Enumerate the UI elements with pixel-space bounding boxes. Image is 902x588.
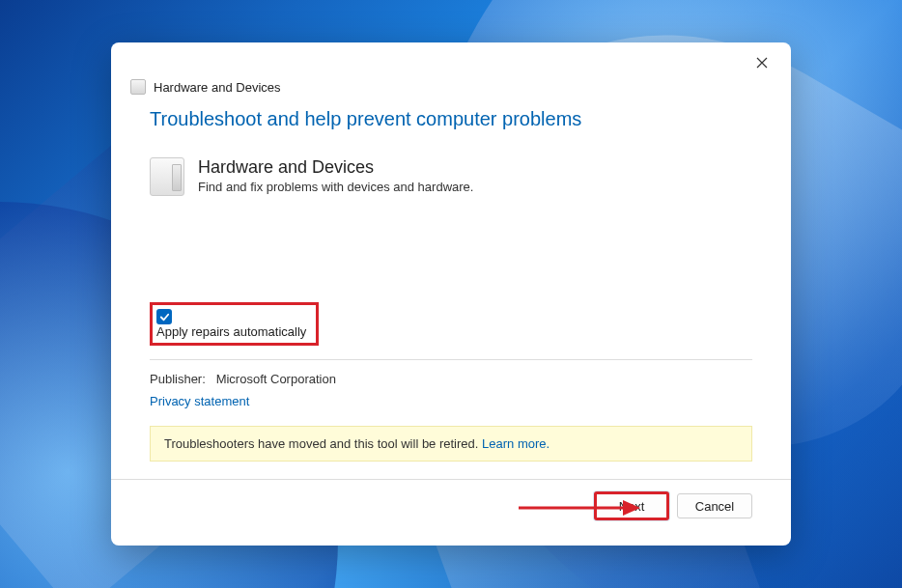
device-description: Find and fix problems with devices and h… [198, 180, 473, 194]
privacy-statement-link[interactable]: Privacy statement [150, 394, 249, 408]
device-title: Hardware and Devices [198, 157, 473, 178]
publisher-label: Publisher: [150, 372, 206, 386]
header-row: Hardware and Devices [111, 79, 791, 108]
page-title: Troubleshoot and help prevent computer p… [150, 108, 752, 130]
button-row: Next Cancel [150, 491, 752, 534]
apply-repairs-label: Apply repairs automatically [156, 324, 306, 339]
button-divider [111, 479, 791, 480]
close-icon [756, 55, 768, 72]
retirement-notice: Troubleshooters have moved and this tool… [150, 426, 752, 462]
header-label: Hardware and Devices [154, 80, 281, 95]
cancel-button[interactable]: Cancel [677, 493, 752, 518]
titlebar [111, 42, 791, 79]
notice-text: Troubleshooters have moved and this tool… [164, 436, 482, 451]
close-button[interactable] [743, 48, 781, 79]
next-button[interactable]: Next [594, 491, 669, 520]
apply-repairs-checkbox-row[interactable]: Apply repairs automatically [150, 302, 319, 346]
device-icon [150, 157, 184, 196]
troubleshooter-small-icon [130, 79, 146, 95]
checkbox-checked-icon [156, 309, 172, 324]
device-info-row: Hardware and Devices Find and fix proble… [150, 157, 752, 196]
learn-more-link[interactable]: Learn more. [482, 436, 550, 451]
troubleshooter-wizard-window: Hardware and Devices Troubleshoot and he… [111, 42, 791, 546]
divider [150, 359, 752, 360]
publisher-value: Microsoft Corporation [216, 372, 336, 386]
publisher-row: Publisher: Microsoft Corporation [150, 372, 752, 386]
